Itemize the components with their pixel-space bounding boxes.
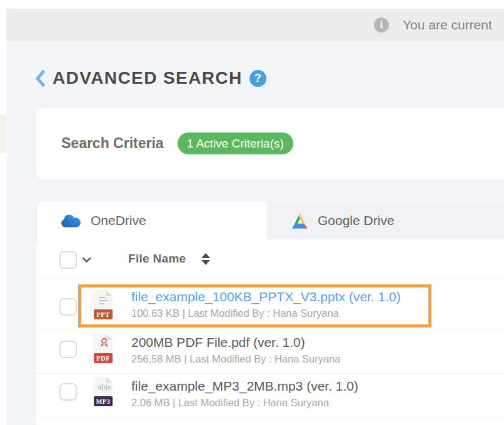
info-icon: i: [374, 18, 389, 32]
row-checkbox[interactable]: [59, 383, 77, 401]
row-checkbox[interactable]: [59, 298, 77, 316]
advanced-search-header: ADVANCED SEARCH ?: [35, 66, 266, 90]
file-meta: 2.06 MB | Last Modified By : Hana Suryan…: [131, 397, 358, 409]
google-drive-icon: [291, 213, 308, 229]
column-file-name: File Name: [128, 252, 186, 266]
tab-google-drive-label: Google Drive: [318, 213, 395, 228]
pptx-file-icon: PPT: [93, 290, 114, 319]
tab-google-drive[interactable]: Google Drive: [269, 202, 504, 239]
tab-onedrive-label: OneDrive: [91, 213, 146, 228]
notice-bar: i You are current: [6, 9, 504, 41]
table-row[interactable]: MP3 file_example_MP3_2MB.mp3 (ver. 1.0) …: [36, 374, 504, 418]
file-name[interactable]: 200MB PDF File.pdf (ver. 1.0): [131, 335, 340, 350]
chevron-down-icon[interactable]: [82, 257, 91, 263]
table-row[interactable]: PDF 200MB PDF File.pdf (ver. 1.0) 256.58…: [36, 329, 504, 374]
background-edge-element: [0, 114, 6, 153]
active-criteria-badge: 1 Active Criteria(s): [178, 132, 293, 154]
search-criteria-card: Search Criteria 1 Active Criteria(s): [36, 108, 504, 179]
file-meta: 100.63 KB | Last Modified By : Hana Sury…: [131, 308, 401, 319]
row-checkbox[interactable]: [59, 341, 77, 358]
pdf-file-icon: PDF: [93, 334, 114, 363]
table-row[interactable]: PPT file_example_100KB_PPTX_V3.pptx (ver…: [36, 279, 504, 329]
file-table: File Name PPT file_example_100KB_PPTX_V3…: [36, 239, 504, 425]
file-name-link[interactable]: file_example_100KB_PPTX_V3.pptx (ver. 1.…: [131, 289, 401, 304]
criteria-title: Search Criteria: [61, 135, 164, 152]
select-all-checkbox[interactable]: [59, 251, 77, 269]
notice-text: You are current: [403, 9, 492, 41]
file-name[interactable]: file_example_MP3_2MB.mp3 (ver. 1.0): [131, 379, 358, 394]
tab-onedrive[interactable]: OneDrive: [36, 201, 268, 240]
mp3-file-icon: MP3: [93, 377, 114, 406]
page-title: ADVANCED SEARCH: [53, 68, 243, 88]
sort-icon[interactable]: [201, 253, 210, 265]
table-header-row: File Name: [36, 239, 504, 279]
question-icon[interactable]: ?: [249, 70, 266, 87]
chevron-left-icon[interactable]: [35, 70, 46, 87]
onedrive-cloud-icon: [61, 214, 81, 228]
file-meta: 256.58 MB | Last Modified By : Hana Sury…: [131, 353, 340, 365]
